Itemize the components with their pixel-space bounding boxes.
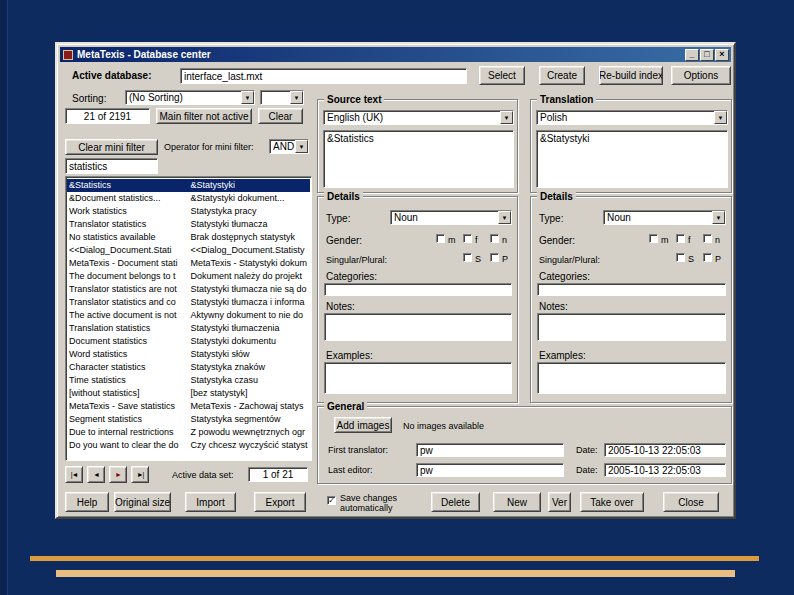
source-singular-checkbox[interactable] — [463, 253, 472, 262]
chevron-down-icon[interactable]: ▼ — [500, 111, 513, 124]
list-item[interactable]: &Document statistics...&Statystyki dokum… — [67, 192, 310, 205]
minimize-icon[interactable]: _ — [685, 49, 699, 61]
clear-filter-button[interactable]: Clear — [258, 108, 303, 124]
last-date-field[interactable]: 2005-10-13 22:05:03 — [604, 463, 726, 477]
list-item-target: Czy chcesz wyczyścić statyst — [189, 439, 311, 452]
nav-first-button[interactable]: |◄ — [65, 466, 83, 483]
term-list[interactable]: &Statistics&Statystyki&Document statisti… — [65, 176, 312, 461]
export-button[interactable]: Export — [254, 492, 306, 512]
first-translator-field[interactable]: pw — [416, 443, 564, 457]
nav-previous-button[interactable]: ◄ — [87, 466, 105, 483]
chevron-down-icon[interactable]: ▼ — [241, 91, 254, 104]
translation-categories-input[interactable] — [537, 283, 726, 296]
list-item[interactable]: Time statisticsStatystyka czasu — [67, 374, 310, 387]
close-icon[interactable]: × — [715, 49, 729, 61]
mini-filter-input[interactable]: statistics — [65, 158, 158, 174]
first-date-field[interactable]: 2005-10-13 22:05:03 — [604, 443, 726, 457]
operator-select[interactable]: AND ▼ — [269, 139, 309, 154]
source-text-area[interactable]: &Statistics — [323, 130, 514, 188]
chevron-down-icon[interactable]: ▼ — [714, 111, 727, 124]
list-item[interactable]: Work statisticsStatystyka pracy — [67, 205, 310, 218]
list-item[interactable]: Do you want to clear the doCzy chcesz wy… — [67, 439, 310, 452]
list-item[interactable]: Document statisticsStatystyki dokumentu — [67, 335, 310, 348]
translation-examples-input[interactable] — [537, 362, 726, 394]
list-item-target: [bez statystyk] — [189, 387, 311, 400]
nav-next-button[interactable]: ► — [109, 466, 127, 483]
import-button[interactable]: Import — [185, 492, 236, 512]
list-item-target: Statystyki tłumacza i informa — [189, 296, 311, 309]
first-translator-label: First translator: — [328, 445, 388, 455]
source-text-group-label: Source text — [324, 94, 384, 105]
sorting-select[interactable]: (No Sorting) ▼ — [125, 90, 255, 105]
translation-language-select[interactable]: Polish ▼ — [536, 110, 728, 125]
translation-gender-f-checkbox[interactable] — [676, 234, 685, 243]
list-item[interactable]: &Statistics&Statystyki — [67, 179, 310, 192]
select-button[interactable]: Select — [479, 66, 525, 85]
close-button[interactable]: Close — [663, 492, 719, 512]
translation-text-area[interactable]: &Statystyki — [536, 130, 728, 188]
maximize-icon[interactable]: □ — [700, 49, 714, 61]
list-item-target: Statystyki tłumacza nie są do — [189, 283, 311, 296]
operator-value: AND — [270, 141, 295, 152]
source-gender-m-checkbox[interactable] — [436, 234, 445, 243]
list-item-source: The document belongs to t — [67, 270, 189, 283]
list-item[interactable]: Translation statisticsStatystyki tłumacz… — [67, 322, 310, 335]
list-item[interactable]: Due to internal restrictionsZ powodu wew… — [67, 426, 310, 439]
create-button[interactable]: Create — [539, 66, 585, 85]
source-type-select[interactable]: Noun ▼ — [390, 210, 512, 225]
source-gender-n-label: n — [502, 235, 507, 245]
list-item[interactable]: Translator statistics are notStatystyki … — [67, 283, 310, 296]
source-gender-f-checkbox[interactable] — [463, 234, 472, 243]
list-item[interactable]: Segment statisticsStatystyka segmentów — [67, 413, 310, 426]
last-editor-field[interactable]: pw — [416, 463, 564, 477]
list-item[interactable]: Word statisticsStatystyki słów — [67, 348, 310, 361]
translation-type-select[interactable]: Noun ▼ — [603, 210, 726, 225]
list-item[interactable]: Translator statisticsStatystyki tłumacza — [67, 218, 310, 231]
save-changes-checkbox[interactable]: ✓ — [327, 496, 336, 505]
translation-singular-checkbox[interactable] — [676, 253, 685, 262]
list-item[interactable]: [without statistics][bez statystyk] — [67, 387, 310, 400]
source-language-select[interactable]: English (UK) ▼ — [323, 110, 514, 125]
translation-plural-checkbox[interactable] — [703, 253, 712, 262]
list-item[interactable]: Character statisticsStatystyka znaków — [67, 361, 310, 374]
list-item[interactable]: Translator statistics and coStatystyki t… — [67, 296, 310, 309]
new-button[interactable]: New — [493, 492, 541, 512]
original-size-button[interactable]: Original size — [114, 492, 171, 512]
help-button[interactable]: Help — [65, 492, 109, 512]
chevron-down-icon[interactable]: ▼ — [295, 140, 308, 153]
list-item[interactable]: MetaTexis - Document statiMetaTexis - St… — [67, 257, 310, 270]
list-item[interactable]: The document belongs to tDokument należy… — [67, 270, 310, 283]
translation-group-label: Translation — [537, 94, 596, 105]
source-plural-checkbox[interactable] — [490, 253, 499, 262]
add-images-button[interactable]: Add images — [334, 417, 392, 433]
take-over-button[interactable]: Take over — [580, 492, 644, 512]
titlebar[interactable]: MetaTexis - Database center _ □ × — [60, 47, 731, 62]
list-item[interactable]: <<Dialog_Document.Stati<<Dialog_Document… — [67, 244, 310, 257]
translation-gender-m-checkbox[interactable] — [649, 234, 658, 243]
slide-background: MetaTexis - Database center _ □ × Active… — [0, 0, 794, 595]
delete-button[interactable]: Delete — [431, 492, 480, 512]
translation-gender-n-checkbox[interactable] — [703, 234, 712, 243]
clear-mini-filter-button[interactable]: Clear mini filter — [65, 139, 158, 155]
source-categories-input[interactable] — [324, 283, 512, 296]
active-database-field[interactable]: interface_last.mxt — [180, 68, 467, 84]
chevron-down-icon[interactable]: ▼ — [498, 211, 511, 224]
chevron-down-icon[interactable]: ▼ — [290, 91, 303, 104]
list-item[interactable]: No statistics availableBrak dostępnych s… — [67, 231, 310, 244]
list-item[interactable]: The active document is notAktywny dokume… — [67, 309, 310, 322]
list-item[interactable]: MetaTexis - Save statisticsMetaTexis - Z… — [67, 400, 310, 413]
list-item-target: Statystyki dokumentu — [189, 335, 311, 348]
source-gender-n-checkbox[interactable] — [490, 234, 499, 243]
rebuild-index-button[interactable]: Re-build index — [599, 66, 663, 85]
translation-notes-input[interactable] — [537, 313, 726, 341]
next-record-icon: ► — [115, 471, 121, 478]
source-notes-input[interactable] — [324, 313, 512, 341]
nav-last-button[interactable]: ►| — [131, 466, 149, 483]
chevron-down-icon[interactable]: ▼ — [712, 211, 725, 224]
options-button[interactable]: Options — [671, 66, 731, 85]
ver-button[interactable]: Ver — [548, 492, 571, 512]
list-item-source: Time statistics — [67, 374, 189, 387]
source-examples-input[interactable] — [324, 362, 512, 394]
sorting-secondary-select[interactable]: ▼ — [260, 90, 304, 105]
main-filter-button[interactable]: Main filter not active — [156, 108, 252, 124]
